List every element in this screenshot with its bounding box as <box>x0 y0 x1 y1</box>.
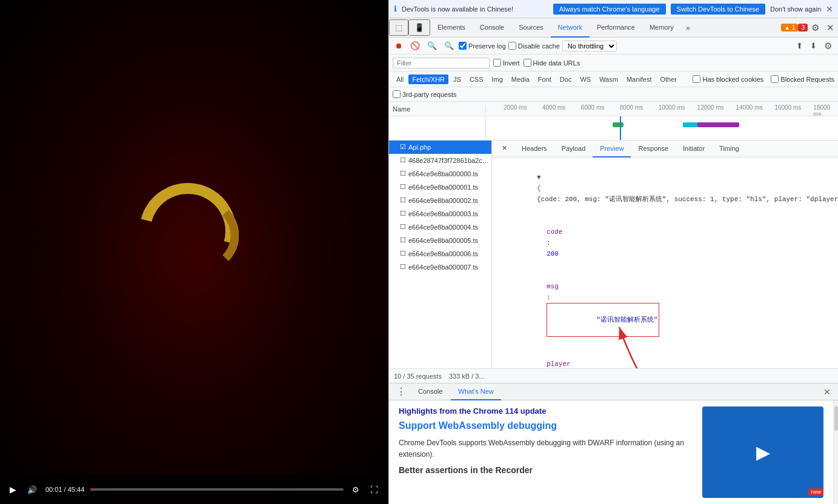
devtools-close-button[interactable]: ✕ <box>823 20 838 36</box>
resp-close-btn[interactable]: ✕ <box>494 141 514 158</box>
match-language-button[interactable]: Always match Chrome's language <box>553 4 666 15</box>
hide-data-urls-checkbox[interactable] <box>524 59 531 67</box>
tab-timing[interactable]: Timing <box>712 141 747 158</box>
filter-input[interactable] <box>393 58 490 68</box>
tab-elements[interactable]: Elements <box>430 18 473 38</box>
type-media[interactable]: Media <box>508 75 533 84</box>
file-item-0[interactable]: ☐ 468e28747f3f72861ba2c5... <box>389 154 491 167</box>
tab-console[interactable]: Console <box>473 18 511 38</box>
preserve-log-checkbox[interactable] <box>459 42 467 50</box>
tab-network[interactable]: Network <box>551 18 590 38</box>
search-button[interactable]: 🔍 <box>442 40 456 51</box>
loading-spinner <box>139 183 248 292</box>
tab-headers[interactable]: Headers <box>514 141 554 158</box>
type-fetch-xhr[interactable]: Fetch/XHR <box>408 75 448 84</box>
blocked-requests-checkbox[interactable] <box>771 75 779 83</box>
play-button[interactable]: ▶ <box>7 482 19 497</box>
record-button[interactable]: ⏺ <box>393 40 405 51</box>
waterfall-bar-2 <box>697 122 740 127</box>
fullscreen-button[interactable]: ⛶ <box>368 483 381 497</box>
file-item-6[interactable]: ☐ e664ce9e8ba000005.ts <box>389 234 491 247</box>
tick-8000: 8000 ms <box>620 104 643 111</box>
type-img[interactable]: Img <box>488 75 507 84</box>
tick-6000: 6000 ms <box>581 104 604 111</box>
drawer-close-button[interactable]: ✕ <box>820 386 834 398</box>
tick-10000: 10000 ms <box>659 104 685 111</box>
time-current: 00:01 <box>45 486 62 493</box>
file-item-4[interactable]: ☐ e664ce9e8ba000003.ts <box>389 207 491 220</box>
upload-icon[interactable]: ⬆ <box>794 40 805 51</box>
type-other[interactable]: Other <box>656 75 680 84</box>
type-all[interactable]: All <box>393 75 407 84</box>
drawer-scrollbar[interactable] <box>833 400 838 504</box>
hide-data-urls-label[interactable]: Hide data URLs <box>524 59 580 67</box>
json-msg-line: msg : "诺讯智能解析系统" <box>497 270 833 348</box>
file-item-2[interactable]: ☐ e664ce9e8ba000001.ts <box>389 181 491 194</box>
tab-more-button[interactable]: » <box>681 21 695 35</box>
progress-bar[interactable] <box>90 488 344 491</box>
type-ws[interactable]: WS <box>576 75 594 84</box>
spinner-ring <box>122 165 254 298</box>
drawer-tabs: ⋮ Console What's New ✕ <box>389 383 838 400</box>
throttle-select[interactable]: No throttling <box>562 41 617 51</box>
tab-memory[interactable]: Memory <box>642 18 681 38</box>
blocked-requests-label[interactable]: Blocked Requests <box>771 75 834 83</box>
file-item-8[interactable]: ☐ e664ce9e8ba000007.ts <box>389 260 491 274</box>
tab-sources[interactable]: Sources <box>511 18 550 38</box>
filter-toggle[interactable]: 🔍 <box>425 40 439 51</box>
tick-2000: 2000 ms <box>504 104 527 111</box>
has-blocked-cookies-checkbox[interactable] <box>693 75 700 83</box>
tab-preview[interactable]: Preview <box>593 141 631 158</box>
new-badge: new <box>808 488 823 496</box>
dont-show-again-button[interactable]: Don't show again <box>770 5 821 13</box>
filter-bar: Invert Hide data URLs <box>389 55 838 71</box>
devtools-settings-button[interactable]: ⚙ <box>808 20 823 36</box>
device-icon[interactable]: 📱 <box>408 19 430 36</box>
play-icon: ▶ <box>756 442 770 463</box>
invert-checkbox[interactable] <box>493 59 501 67</box>
drawer-tab-whats-new[interactable]: What's New <box>451 383 500 400</box>
request-count: 10 / 35 requests <box>394 373 442 380</box>
has-blocked-cookies-label[interactable]: Has blocked cookies <box>693 75 763 83</box>
drawer-section-text: Chrome DevTools supports WebAssembly deb… <box>399 437 693 460</box>
file-item-1[interactable]: ☐ e664ce9e8ba000000.ts <box>389 167 491 181</box>
video-controls: ▶ 🔊 00:01 / 45:44 ⚙ ⛶ <box>0 475 388 504</box>
volume-button[interactable]: 🔊 <box>25 483 39 497</box>
json-summary-line: ▼ { {code: 200, msg: "诺讯智能解析系统", success… <box>497 161 833 216</box>
clear-button[interactable]: 🚫 <box>408 40 422 51</box>
drawer-dots-button[interactable]: ⋮ <box>393 385 410 399</box>
waterfall-chart <box>486 116 838 140</box>
type-css[interactable]: CSS <box>466 75 487 84</box>
info-bar-close[interactable]: ✕ <box>826 4 833 14</box>
thirdparty-label[interactable]: 3rd-party requests <box>393 90 456 98</box>
json-collapse-triangle[interactable]: ▼ <box>537 174 545 181</box>
drawer-tab-console[interactable]: Console <box>411 383 450 400</box>
disable-cache-label[interactable]: Disable cache <box>508 42 560 50</box>
network-settings-button[interactable]: ⚙ <box>822 39 834 53</box>
download-icon[interactable]: ⬇ <box>808 40 819 51</box>
drawer-scrollbar-thumb[interactable] <box>834 406 838 431</box>
disable-cache-checkbox[interactable] <box>508 42 516 50</box>
settings-button[interactable]: ⚙ <box>350 483 362 497</box>
type-wasm[interactable]: Wasm <box>596 75 622 84</box>
thirdparty-checkbox[interactable] <box>393 90 401 98</box>
inspect-icon[interactable]: ⬚ <box>389 19 408 36</box>
switch-devtools-button[interactable]: Switch DevTools to Chinese <box>671 4 765 15</box>
timeline-waterfall <box>389 116 838 141</box>
devtools-panel: ℹ DevTools is now available in Chinese! … <box>388 0 838 504</box>
tab-payload[interactable]: Payload <box>554 141 593 158</box>
type-manifest[interactable]: Manifest <box>623 75 656 84</box>
file-item-api[interactable]: ☑ Api.php <box>389 141 491 154</box>
type-js[interactable]: JS <box>450 75 465 84</box>
invert-label[interactable]: Invert <box>493 59 520 67</box>
type-doc[interactable]: Doc <box>556 75 576 84</box>
tab-performance[interactable]: Performance <box>590 18 642 38</box>
tab-response[interactable]: Response <box>631 141 676 158</box>
warning-badge: ▲ 1 <box>781 24 798 31</box>
tab-initiator[interactable]: Initiator <box>676 141 712 158</box>
type-font[interactable]: Font <box>534 75 555 84</box>
file-item-3[interactable]: ☐ e664ce9e8ba000002.ts <box>389 194 491 207</box>
preserve-log-label[interactable]: Preserve log <box>459 42 506 50</box>
file-item-5[interactable]: ☐ e664ce9e8ba000004.ts <box>389 220 491 234</box>
file-item-7[interactable]: ☐ e664ce9e8ba000006.ts <box>389 247 491 260</box>
